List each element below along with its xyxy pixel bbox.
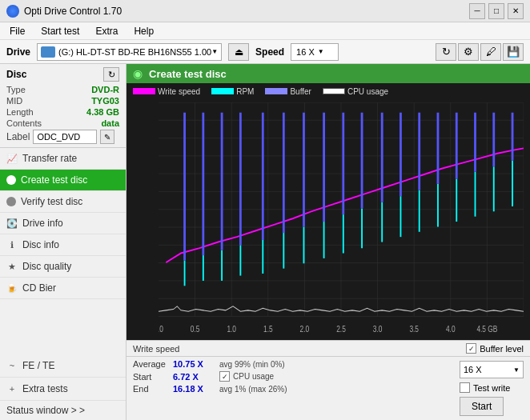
drive-bar: Drive (G:) HL-DT-ST BD-RE BH16NS55 1.00 … — [0, 40, 530, 64]
cpu-usage-checkbox[interactable] — [219, 371, 230, 382]
title-bar-left: Opti Drive Control 1.70 — [6, 5, 122, 18]
disc-label-key: Label — [6, 131, 30, 142]
svg-text:3.5: 3.5 — [409, 323, 419, 334]
avg-extra: avg 99% (min 0%) — [219, 360, 285, 369]
legend-buffer-box — [265, 88, 287, 94]
nav-item-create-test-disc[interactable]: Create test disc — [0, 170, 126, 191]
menu-file[interactable]: File — [6, 25, 28, 38]
eject-button[interactable]: ⏏ — [228, 43, 249, 61]
svg-text:1.5: 1.5 — [263, 323, 273, 334]
nav-create-disc-label: Create test disc — [21, 174, 87, 186]
svg-text:2.0: 2.0 — [300, 323, 310, 334]
buffer-level-checkbox[interactable] — [466, 343, 476, 354]
disc-length-row: Length 4.38 GB — [6, 107, 119, 117]
disc-quality-icon: ★ — [6, 261, 18, 272]
stats-column: Average 10.75 X avg 99% (min 0%) Start 6… — [133, 359, 287, 418]
nav-item-verify-test-disc[interactable]: Verify test disc — [0, 191, 126, 213]
content-header-title: Create test disc — [149, 68, 227, 80]
bottom-row2: Average 10.75 X avg 99% (min 0%) Start 6… — [126, 357, 530, 420]
speed-value: 16 X — [296, 47, 315, 57]
speed-label: Speed — [255, 46, 284, 58]
cd-bier-icon: 🍺 — [6, 282, 18, 294]
menu-bar: File Start test Extra Help — [0, 22, 530, 40]
nav-drive-info-label: Drive info — [22, 218, 63, 229]
extra-tests-button[interactable]: + Extra tests — [0, 378, 126, 401]
sidebar: Disc ↻ Type DVD-R MID TYG03 Length 4.38 … — [0, 64, 126, 420]
disc-refresh-button[interactable]: ↻ — [103, 67, 119, 82]
legend-cpu-label: CPU usage — [347, 87, 388, 96]
cpu-usage-label: CPU usage — [233, 372, 274, 381]
extra-tests-icon: + — [6, 383, 18, 394]
legend-cpu: CPU usage — [323, 87, 388, 96]
nav-item-drive-info[interactable]: 💽 Drive info — [0, 213, 126, 234]
fe-te-icon: ~ — [6, 360, 18, 371]
start-key: Start — [133, 372, 167, 382]
speed-dropdown-value: 16 X — [464, 365, 482, 374]
svg-text:4.0: 4.0 — [446, 323, 456, 334]
minimize-button[interactable]: ─ — [469, 3, 485, 19]
nav-item-cd-bier[interactable]: 🍺 CD Bier — [0, 278, 126, 299]
legend-rpm-label: RPM — [236, 87, 254, 96]
main-layout: Disc ↻ Type DVD-R MID TYG03 Length 4.38 … — [0, 64, 530, 420]
avg-stat-row: Average 10.75 X avg 99% (min 0%) — [133, 359, 287, 369]
speed-dropdown[interactable]: 16 X ▼ — [460, 361, 524, 378]
svg-text:4.5 GB: 4.5 GB — [476, 323, 497, 334]
settings-button[interactable]: ⚙ — [458, 43, 479, 61]
drive-text: (G:) HL-DT-ST BD-RE BH16NS55 1.00 — [58, 47, 211, 57]
content-area: ◉ Create test disc Write speed RPM Buffe… — [126, 64, 530, 420]
app-icon — [6, 5, 19, 18]
bottom-row1: Write speed Buffer level — [126, 341, 530, 357]
right-controls: 16 X ▼ Test write Start — [460, 359, 524, 418]
title-bar-controls: ─ □ ✕ — [469, 3, 524, 19]
drive-select[interactable]: (G:) HL-DT-ST BD-RE BH16NS55 1.00 ▼ — [37, 43, 222, 61]
maximize-button[interactable]: □ — [488, 3, 504, 19]
test-write-checkbox[interactable] — [460, 382, 470, 393]
close-button[interactable]: ✕ — [508, 3, 524, 19]
nav-cd-bier-label: CD Bier — [22, 282, 56, 294]
legend-buffer: Buffer — [265, 87, 311, 96]
disc-mid-val: TYG03 — [91, 96, 119, 106]
legend-cpu-box — [323, 88, 345, 94]
end-stat-row: End 16.18 X avg 1% (max 26%) — [133, 384, 287, 394]
disc-panel: Disc ↻ Type DVD-R MID TYG03 Length 4.38 … — [0, 64, 126, 148]
app-title: Opti Drive Control 1.70 — [24, 6, 122, 17]
nav-verify-disc-label: Verify test disc — [21, 196, 82, 207]
speed-dropdown-caret: ▼ — [513, 366, 520, 374]
bottom-area: Write speed Buffer level Average 10.75 X… — [126, 340, 530, 420]
save-button[interactable]: 💾 — [503, 43, 524, 61]
start-val: 6.72 X — [173, 372, 213, 382]
menu-extra[interactable]: Extra — [92, 25, 121, 38]
sidebar-bottom: ~ FE / TE + Extra tests Status window > … — [0, 354, 126, 420]
nav-item-transfer-rate[interactable]: 📈 Transfer rate — [0, 148, 126, 170]
create-disc-icon — [6, 175, 16, 185]
legend-write-speed-label: Write speed — [158, 87, 200, 96]
disc-contents-val: data — [101, 118, 119, 128]
nav-item-disc-info[interactable]: ℹ Disc info — [0, 234, 126, 256]
svg-text:0.5: 0.5 — [191, 323, 200, 334]
fe-te-button[interactable]: ~ FE / TE — [0, 354, 126, 378]
start-stat-row: Start 6.72 X CPU usage — [133, 371, 287, 382]
disc-mid-key: MID — [6, 96, 22, 106]
start-button[interactable]: Start — [460, 397, 504, 416]
nav-item-disc-quality[interactable]: ★ Disc quality — [0, 256, 126, 278]
extra-tests-label: Extra tests — [22, 383, 68, 394]
fe-te-label: FE / TE — [22, 360, 54, 371]
menu-help[interactable]: Help — [130, 25, 157, 38]
speed-select[interactable]: 16 X ▼ — [291, 43, 339, 61]
disc-label-input[interactable] — [33, 130, 97, 144]
label-edit-button[interactable]: ✎ — [100, 130, 114, 144]
disc-type-key: Type — [6, 85, 26, 94]
refresh-button[interactable]: ↻ — [436, 43, 456, 61]
buffer-level-label: Buffer level — [480, 344, 524, 354]
end-key: End — [133, 384, 167, 394]
menu-start-test[interactable]: Start test — [38, 25, 82, 38]
avg-val: 10.75 X — [173, 359, 213, 369]
write-speed-label: Write speed — [133, 344, 180, 354]
nav-disc-info-label: Disc info — [22, 239, 59, 250]
status-window-button[interactable]: Status window > > — [0, 401, 126, 420]
svg-text:0.0: 0.0 — [159, 323, 163, 334]
legend: Write speed RPM Buffer CPU usage — [126, 83, 530, 99]
legend-rpm-box — [211, 88, 234, 94]
burn-button[interactable]: 🖊 — [480, 43, 501, 61]
content-header: ◉ Create test disc — [126, 64, 530, 83]
